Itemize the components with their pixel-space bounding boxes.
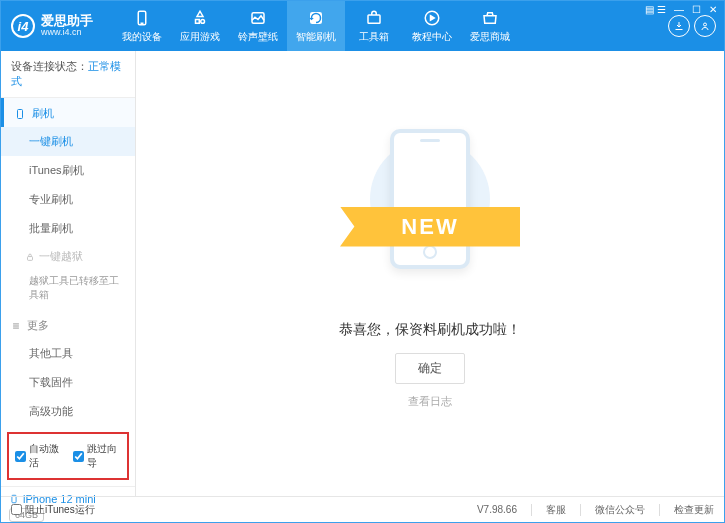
sidebar-section-more[interactable]: 更多 xyxy=(1,310,135,339)
checkbox-auto-activate[interactable]: 自动激活 xyxy=(15,442,63,470)
jailbreak-note: 越狱工具已转移至工具箱 xyxy=(1,270,135,310)
item-label: 高级功能 xyxy=(29,405,73,417)
nav-smart-flash[interactable]: 智能刷机 xyxy=(287,1,345,51)
checkbox-input[interactable] xyxy=(11,504,22,515)
nav-label: 智能刷机 xyxy=(296,30,336,44)
separator xyxy=(659,504,660,516)
maximize-icon[interactable]: ☐ xyxy=(692,4,701,15)
sidebar: 设备连接状态：正常模式 刷机 一键刷机 iTunes刷机 专业刷机 批量刷机 一… xyxy=(1,51,136,496)
success-illustration: NEW xyxy=(330,129,530,309)
section-label: 更多 xyxy=(27,318,49,333)
footer-right: V7.98.66 客服 微信公众号 检查更新 xyxy=(477,503,714,517)
svg-rect-8 xyxy=(28,256,33,260)
separator xyxy=(580,504,581,516)
app-site: www.i4.cn xyxy=(41,28,93,38)
svg-rect-7 xyxy=(18,109,23,118)
version-label: V7.98.66 xyxy=(477,504,517,515)
cb-label: 阻止iTunes运行 xyxy=(25,503,95,517)
refresh-icon xyxy=(307,9,325,27)
app-logo: i4 爱思助手 www.i4.cn xyxy=(9,14,93,38)
nav-label: 教程中心 xyxy=(412,30,452,44)
service-link[interactable]: 客服 xyxy=(546,503,566,517)
item-label: 下载固件 xyxy=(29,376,73,388)
nav-label: 我的设备 xyxy=(122,30,162,44)
minimize-icon[interactable]: — xyxy=(674,4,684,15)
nav-label: 铃声壁纸 xyxy=(238,30,278,44)
section-label: 一键越狱 xyxy=(39,249,83,264)
sidebar-item-itunes[interactable]: iTunes刷机 xyxy=(1,156,135,185)
play-icon xyxy=(423,9,441,27)
item-label: 一键刷机 xyxy=(29,135,73,147)
user-icon xyxy=(699,20,711,32)
cb-label: 自动激活 xyxy=(29,442,63,470)
image-icon xyxy=(249,9,267,27)
item-label: 专业刷机 xyxy=(29,193,73,205)
phone-icon xyxy=(133,9,151,27)
sidebar-item-other[interactable]: 其他工具 xyxy=(1,339,135,368)
checkbox-input[interactable] xyxy=(15,451,26,462)
app-window: ▤ ☰ — ☐ ✕ i4 爱思助手 www.i4.cn 我的设备 应用游戏 铃声… xyxy=(0,0,725,523)
statusbar: 阻止iTunes运行 V7.98.66 客服 微信公众号 检查更新 xyxy=(1,496,724,522)
close-icon[interactable]: ✕ xyxy=(709,4,717,15)
sidebar-item-firmware[interactable]: 下载固件 xyxy=(1,368,135,397)
main-content: NEW 恭喜您，保资料刷机成功啦！ 确定 查看日志 xyxy=(136,51,724,496)
ok-button[interactable]: 确定 xyxy=(395,353,465,384)
account-button[interactable] xyxy=(694,15,716,37)
download-button[interactable] xyxy=(668,15,690,37)
section-label: 刷机 xyxy=(32,106,54,121)
checkbox-skip-guide[interactable]: 跳过向导 xyxy=(73,442,121,470)
body: 设备连接状态：正常模式 刷机 一键刷机 iTunes刷机 专业刷机 批量刷机 一… xyxy=(1,51,724,496)
success-message: 恭喜您，保资料刷机成功啦！ xyxy=(339,321,521,339)
nav-my-device[interactable]: 我的设备 xyxy=(113,1,171,51)
phone-small-icon xyxy=(14,108,26,120)
apps-icon xyxy=(191,9,209,27)
phone-graphic xyxy=(390,129,470,269)
nav-store[interactable]: 爱思商城 xyxy=(461,1,519,51)
nav-label: 工具箱 xyxy=(359,30,389,44)
update-link[interactable]: 检查更新 xyxy=(674,503,714,517)
checkbox-block-itunes[interactable]: 阻止iTunes运行 xyxy=(11,503,95,517)
new-ribbon: NEW xyxy=(340,207,520,247)
item-label: 其他工具 xyxy=(29,347,73,359)
connection-status: 设备连接状态：正常模式 xyxy=(1,51,135,98)
top-nav: 我的设备 应用游戏 铃声壁纸 智能刷机 工具箱 教程中心 xyxy=(113,1,519,51)
header-buttons xyxy=(668,15,716,37)
menu-icon[interactable]: ▤ ☰ xyxy=(645,4,666,15)
view-log-link[interactable]: 查看日志 xyxy=(408,394,452,409)
sidebar-section-jailbreak: 一键越狱 xyxy=(1,243,135,270)
app-name: 爱思助手 xyxy=(41,14,93,28)
nav-tutorials[interactable]: 教程中心 xyxy=(403,1,461,51)
nav-label: 应用游戏 xyxy=(180,30,220,44)
item-label: iTunes刷机 xyxy=(29,164,84,176)
sidebar-item-pro[interactable]: 专业刷机 xyxy=(1,185,135,214)
conn-label: 设备连接状态： xyxy=(11,60,88,72)
svg-rect-4 xyxy=(368,15,380,23)
nav-label: 爱思商城 xyxy=(470,30,510,44)
separator xyxy=(531,504,532,516)
lock-icon xyxy=(25,252,35,262)
wechat-link[interactable]: 微信公众号 xyxy=(595,503,645,517)
nav-ringtones[interactable]: 铃声壁纸 xyxy=(229,1,287,51)
sidebar-item-batch[interactable]: 批量刷机 xyxy=(1,214,135,243)
svg-point-6 xyxy=(704,23,707,26)
sidebar-item-oneclick[interactable]: 一键刷机 xyxy=(1,127,135,156)
logo-icon: i4 xyxy=(11,14,35,38)
titlebar: i4 爱思助手 www.i4.cn 我的设备 应用游戏 铃声壁纸 智能刷机 xyxy=(1,1,724,51)
list-icon xyxy=(11,321,21,331)
nav-apps[interactable]: 应用游戏 xyxy=(171,1,229,51)
toolbox-icon xyxy=(365,9,383,27)
cb-label: 跳过向导 xyxy=(87,442,121,470)
store-icon xyxy=(481,9,499,27)
sidebar-section-flash[interactable]: 刷机 xyxy=(1,98,135,127)
sidebar-item-advanced[interactable]: 高级功能 xyxy=(1,397,135,426)
checkbox-highlight-box: 自动激活 跳过向导 xyxy=(7,432,129,480)
nav-toolbox[interactable]: 工具箱 xyxy=(345,1,403,51)
checkbox-input[interactable] xyxy=(73,451,84,462)
footer-left: 阻止iTunes运行 xyxy=(11,503,95,517)
item-label: 批量刷机 xyxy=(29,222,73,234)
window-control-group: ▤ ☰ — ☐ ✕ xyxy=(645,4,717,15)
download-icon xyxy=(673,20,685,32)
